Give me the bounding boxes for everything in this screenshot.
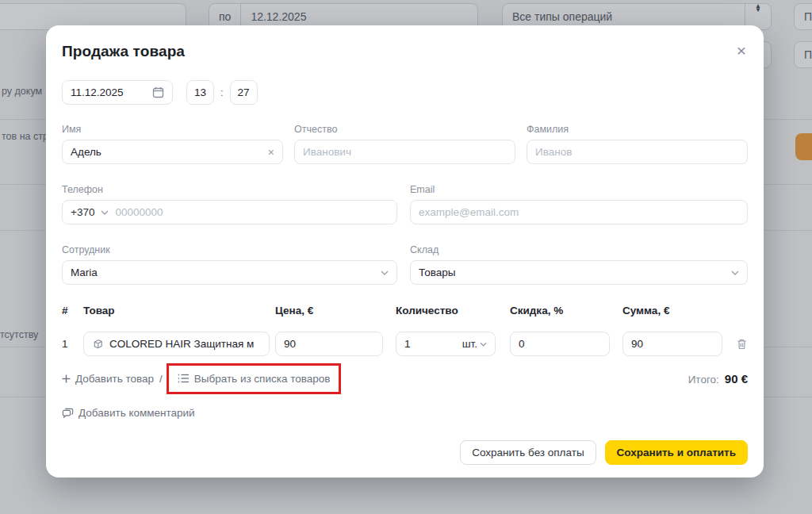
add-comment-button[interactable]: Добавить комментарий	[62, 406, 195, 420]
save-without-payment-button[interactable]: Сохранить без оплаты	[460, 440, 596, 465]
chevron-down-icon	[480, 342, 487, 347]
phone-field[interactable]: +370	[62, 200, 397, 224]
phone-code-select[interactable]: +370	[71, 206, 94, 218]
price-field[interactable]	[275, 332, 383, 356]
discount-input[interactable]	[519, 338, 601, 350]
middle-name-field[interactable]	[294, 140, 515, 164]
last-name-label: Фамилия	[527, 124, 748, 136]
quantity-field[interactable]: шт.	[396, 332, 496, 356]
box-icon	[92, 338, 104, 350]
choose-from-list-label: Выбрать из списка товаров	[194, 373, 331, 385]
first-name-label: Имя	[62, 124, 283, 136]
choose-from-list-highlight: Выбрать из списка товаров	[167, 363, 342, 394]
clear-icon[interactable]: ×	[263, 146, 274, 159]
minute-input[interactable]: 27	[230, 80, 258, 105]
total-label: Итого:	[688, 374, 719, 386]
add-product-label: Добавить товар	[75, 373, 154, 385]
row-index: 1	[62, 338, 83, 350]
discount-field[interactable]	[510, 332, 610, 356]
phone-label: Телефон	[62, 184, 397, 196]
col-index: #	[62, 305, 83, 317]
trash-icon	[736, 338, 748, 351]
unit-select[interactable]: шт.	[462, 338, 487, 350]
sale-modal: Продажа товара × 11.12.2025 13 : 27 Имя …	[46, 25, 764, 478]
actions-separator: /	[159, 373, 163, 385]
time-separator: :	[220, 86, 224, 98]
product-select[interactable]: COLORED HAIR Защитная м	[83, 332, 270, 356]
email-field[interactable]	[410, 200, 748, 224]
total: Итого:90 €	[688, 372, 748, 386]
calendar-icon	[152, 86, 164, 98]
save-and-pay-button[interactable]: Сохранить и оплатить	[605, 440, 748, 465]
email-label: Email	[410, 184, 748, 196]
total-value: 90 €	[725, 372, 748, 386]
close-icon[interactable]: ×	[735, 43, 748, 59]
first-name-input[interactable]	[71, 146, 263, 158]
employee-select[interactable]: Maria	[62, 260, 397, 285]
chevron-down-icon[interactable]	[101, 210, 109, 215]
middle-name-label: Отчество	[294, 124, 515, 136]
add-comment-label: Добавить комментарий	[79, 407, 195, 419]
first-name-field[interactable]: ×	[62, 140, 283, 164]
sum-input[interactable]	[631, 338, 714, 350]
middle-name-input[interactable]	[303, 146, 507, 158]
plus-icon	[62, 374, 71, 383]
items-table-header: # Товар Цена, € Количество Скидка, % Сум…	[62, 305, 748, 317]
employee-label: Сотрудник	[62, 244, 397, 256]
chevron-down-icon	[731, 270, 739, 275]
col-discount: Скидка, %	[510, 305, 610, 317]
last-name-input[interactable]	[535, 146, 739, 158]
last-name-field[interactable]	[527, 140, 748, 164]
warehouse-select[interactable]: Товары	[410, 260, 748, 285]
add-product-button[interactable]: Добавить товар	[62, 373, 154, 385]
warehouse-label: Склад	[410, 244, 748, 256]
email-input[interactable]	[419, 206, 739, 218]
col-product: Товар	[83, 305, 270, 317]
product-value: COLORED HAIR Защитная м	[109, 338, 254, 350]
comment-icon	[62, 408, 74, 419]
list-icon	[178, 374, 190, 383]
date-input[interactable]: 11.12.2025	[62, 80, 173, 105]
choose-from-list-button[interactable]: Выбрать из списка товаров	[178, 373, 331, 385]
hour-input[interactable]: 13	[186, 80, 214, 105]
delete-row-button[interactable]	[736, 338, 748, 351]
warehouse-value: Товары	[419, 267, 455, 278]
col-sum: Сумма, €	[622, 305, 722, 317]
phone-number-input[interactable]	[115, 206, 389, 218]
table-row: 1 COLORED HAIR Защитная м шт.	[62, 332, 748, 356]
col-price: Цена, €	[275, 305, 383, 317]
chevron-down-icon	[381, 270, 389, 275]
col-quantity: Количество	[396, 305, 496, 317]
unit-value: шт.	[462, 338, 477, 350]
modal-title: Продажа товара	[62, 43, 185, 60]
price-input[interactable]	[284, 338, 374, 350]
employee-value: Maria	[71, 267, 98, 278]
quantity-input[interactable]	[404, 338, 462, 350]
sum-field[interactable]	[622, 332, 722, 356]
date-value: 11.12.2025	[71, 86, 124, 98]
